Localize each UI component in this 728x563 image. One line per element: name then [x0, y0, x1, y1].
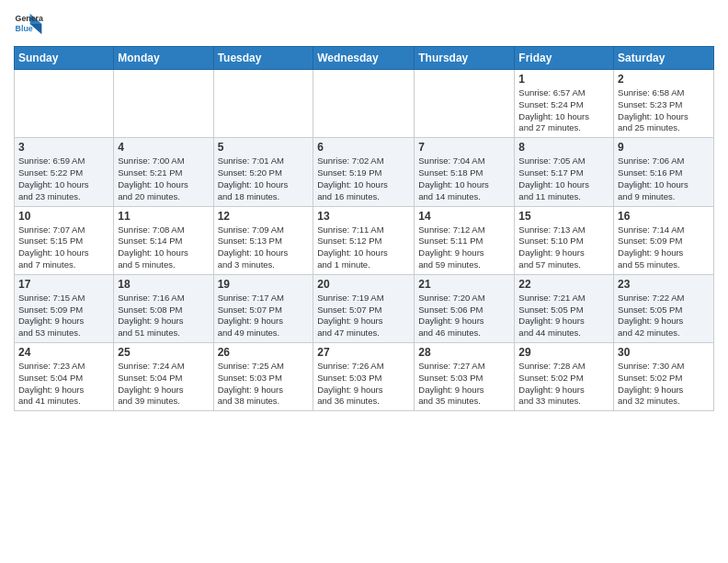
weekday-header-tuesday: Tuesday — [213, 47, 313, 70]
logo: General Blue — [14, 9, 43, 39]
calendar-cell — [114, 70, 213, 138]
day-info: Sunrise: 7:17 AM Sunset: 5:07 PM Dayligh… — [218, 293, 310, 339]
day-number: 3 — [18, 141, 109, 154]
calendar-cell: 1Sunrise: 6:57 AM Sunset: 5:24 PM Daylig… — [515, 70, 614, 138]
day-number: 26 — [218, 346, 310, 359]
day-number: 16 — [618, 210, 710, 223]
day-number: 21 — [418, 278, 510, 291]
calendar-cell: 16Sunrise: 7:14 AM Sunset: 5:09 PM Dayli… — [614, 206, 714, 274]
day-number: 7 — [418, 141, 510, 154]
day-info: Sunrise: 7:06 AM Sunset: 5:16 PM Dayligh… — [618, 155, 710, 202]
week-row-2: 3Sunrise: 6:59 AM Sunset: 5:22 PM Daylig… — [15, 138, 714, 206]
calendar-cell: 13Sunrise: 7:11 AM Sunset: 5:12 PM Dayli… — [313, 206, 415, 274]
calendar-cell: 5Sunrise: 7:01 AM Sunset: 5:20 PM Daylig… — [213, 138, 313, 206]
calendar-cell: 18Sunrise: 7:16 AM Sunset: 5:08 PM Dayli… — [114, 274, 213, 342]
day-number: 18 — [118, 278, 209, 291]
calendar-table: SundayMondayTuesdayWednesdayThursdayFrid… — [14, 46, 714, 411]
day-info: Sunrise: 7:30 AM Sunset: 5:02 PM Dayligh… — [618, 361, 710, 408]
day-info: Sunrise: 6:57 AM Sunset: 5:24 PM Dayligh… — [518, 87, 609, 134]
day-number: 10 — [18, 210, 109, 223]
day-number: 12 — [218, 210, 310, 223]
day-number: 4 — [118, 141, 209, 154]
day-info: Sunrise: 7:16 AM Sunset: 5:08 PM Dayligh… — [118, 293, 209, 339]
calendar-cell: 21Sunrise: 7:20 AM Sunset: 5:06 PM Dayli… — [415, 274, 515, 342]
calendar-cell: 25Sunrise: 7:24 AM Sunset: 5:04 PM Dayli… — [114, 343, 213, 411]
calendar-cell: 27Sunrise: 7:26 AM Sunset: 5:03 PM Dayli… — [313, 343, 415, 411]
calendar-cell — [313, 70, 415, 138]
header: General Blue — [14, 9, 714, 39]
calendar-cell: 28Sunrise: 7:27 AM Sunset: 5:03 PM Dayli… — [415, 343, 515, 411]
day-info: Sunrise: 7:07 AM Sunset: 5:15 PM Dayligh… — [18, 224, 109, 271]
calendar-cell — [15, 70, 114, 138]
calendar-cell — [213, 70, 313, 138]
day-number: 9 — [618, 141, 710, 154]
day-info: Sunrise: 6:58 AM Sunset: 5:23 PM Dayligh… — [618, 87, 710, 134]
day-number: 20 — [317, 278, 410, 291]
day-number: 27 — [317, 346, 410, 359]
day-number: 22 — [518, 278, 609, 291]
day-info: Sunrise: 7:15 AM Sunset: 5:09 PM Dayligh… — [18, 293, 109, 339]
calendar-cell: 8Sunrise: 7:05 AM Sunset: 5:17 PM Daylig… — [515, 138, 614, 206]
day-number: 29 — [518, 346, 609, 359]
day-info: Sunrise: 7:02 AM Sunset: 5:19 PM Dayligh… — [317, 155, 410, 202]
week-row-1: 1Sunrise: 6:57 AM Sunset: 5:24 PM Daylig… — [15, 70, 714, 138]
day-info: Sunrise: 7:12 AM Sunset: 5:11 PM Dayligh… — [418, 224, 510, 271]
day-info: Sunrise: 7:04 AM Sunset: 5:18 PM Dayligh… — [418, 155, 510, 202]
day-info: Sunrise: 7:01 AM Sunset: 5:20 PM Dayligh… — [218, 155, 310, 202]
week-row-3: 10Sunrise: 7:07 AM Sunset: 5:15 PM Dayli… — [15, 206, 714, 274]
day-number: 11 — [118, 210, 209, 223]
day-info: Sunrise: 7:09 AM Sunset: 5:13 PM Dayligh… — [218, 224, 310, 271]
calendar-cell: 11Sunrise: 7:08 AM Sunset: 5:14 PM Dayli… — [114, 206, 213, 274]
svg-text:Blue: Blue — [16, 24, 33, 33]
page: General Blue SundayMondayTuesdayWednesda… — [0, 0, 728, 425]
calendar-cell: 6Sunrise: 7:02 AM Sunset: 5:19 PM Daylig… — [313, 138, 415, 206]
day-info: Sunrise: 7:20 AM Sunset: 5:06 PM Dayligh… — [418, 293, 510, 339]
day-number: 19 — [218, 278, 310, 291]
day-number: 8 — [518, 141, 609, 154]
weekday-header-sunday: Sunday — [15, 47, 114, 70]
day-number: 15 — [518, 210, 609, 223]
day-info: Sunrise: 7:25 AM Sunset: 5:03 PM Dayligh… — [218, 361, 310, 408]
weekday-header-wednesday: Wednesday — [313, 47, 415, 70]
day-info: Sunrise: 7:13 AM Sunset: 5:10 PM Dayligh… — [518, 224, 609, 271]
day-number: 2 — [618, 73, 710, 86]
calendar-cell: 19Sunrise: 7:17 AM Sunset: 5:07 PM Dayli… — [213, 274, 313, 342]
day-number: 25 — [118, 346, 209, 359]
day-info: Sunrise: 7:28 AM Sunset: 5:02 PM Dayligh… — [518, 361, 609, 408]
calendar-cell: 17Sunrise: 7:15 AM Sunset: 5:09 PM Dayli… — [15, 274, 114, 342]
day-number: 28 — [418, 346, 510, 359]
calendar-cell: 20Sunrise: 7:19 AM Sunset: 5:07 PM Dayli… — [313, 274, 415, 342]
weekday-header-saturday: Saturday — [614, 47, 714, 70]
day-info: Sunrise: 7:24 AM Sunset: 5:04 PM Dayligh… — [118, 361, 209, 408]
day-number: 6 — [317, 141, 410, 154]
day-number: 13 — [317, 210, 410, 223]
calendar-cell: 10Sunrise: 7:07 AM Sunset: 5:15 PM Dayli… — [15, 206, 114, 274]
day-number: 17 — [18, 278, 109, 291]
day-info: Sunrise: 7:21 AM Sunset: 5:05 PM Dayligh… — [518, 293, 609, 339]
calendar-cell: 24Sunrise: 7:23 AM Sunset: 5:04 PM Dayli… — [15, 343, 114, 411]
day-info: Sunrise: 7:22 AM Sunset: 5:05 PM Dayligh… — [618, 293, 710, 339]
calendar-cell: 7Sunrise: 7:04 AM Sunset: 5:18 PM Daylig… — [415, 138, 515, 206]
day-number: 23 — [618, 278, 710, 291]
day-info: Sunrise: 7:08 AM Sunset: 5:14 PM Dayligh… — [118, 224, 209, 271]
calendar-header-row: SundayMondayTuesdayWednesdayThursdayFrid… — [15, 47, 714, 70]
calendar-cell: 23Sunrise: 7:22 AM Sunset: 5:05 PM Dayli… — [614, 274, 714, 342]
weekday-header-thursday: Thursday — [415, 47, 515, 70]
day-info: Sunrise: 7:11 AM Sunset: 5:12 PM Dayligh… — [317, 224, 410, 271]
day-info: Sunrise: 7:14 AM Sunset: 5:09 PM Dayligh… — [618, 224, 710, 271]
day-number: 30 — [618, 346, 710, 359]
day-info: Sunrise: 7:00 AM Sunset: 5:21 PM Dayligh… — [118, 155, 209, 202]
calendar-cell: 12Sunrise: 7:09 AM Sunset: 5:13 PM Dayli… — [213, 206, 313, 274]
day-number: 24 — [18, 346, 109, 359]
calendar-cell: 4Sunrise: 7:00 AM Sunset: 5:21 PM Daylig… — [114, 138, 213, 206]
day-info: Sunrise: 6:59 AM Sunset: 5:22 PM Dayligh… — [18, 155, 109, 202]
week-row-5: 24Sunrise: 7:23 AM Sunset: 5:04 PM Dayli… — [15, 343, 714, 411]
calendar-cell: 14Sunrise: 7:12 AM Sunset: 5:11 PM Dayli… — [415, 206, 515, 274]
day-number: 1 — [518, 73, 609, 86]
day-info: Sunrise: 7:26 AM Sunset: 5:03 PM Dayligh… — [317, 361, 410, 408]
calendar-cell: 9Sunrise: 7:06 AM Sunset: 5:16 PM Daylig… — [614, 138, 714, 206]
calendar-cell: 2Sunrise: 6:58 AM Sunset: 5:23 PM Daylig… — [614, 70, 714, 138]
calendar-cell: 15Sunrise: 7:13 AM Sunset: 5:10 PM Dayli… — [515, 206, 614, 274]
day-number: 14 — [418, 210, 510, 223]
weekday-header-friday: Friday — [515, 47, 614, 70]
